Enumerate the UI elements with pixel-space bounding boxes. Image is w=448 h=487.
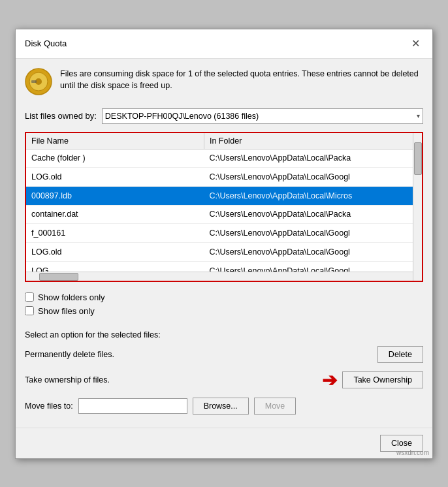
show-folders-checkbox[interactable] xyxy=(25,292,34,302)
cell-filename: f_000161 xyxy=(26,224,204,243)
move-files-row: Move files to: Browse... Move xyxy=(25,398,296,415)
show-files-row: Show files only xyxy=(25,306,423,316)
dialog-title: Disk Quota xyxy=(25,39,67,48)
cell-infolder: C:\Users\Lenovo\AppData\Local\Packa xyxy=(204,149,421,168)
show-files-checkbox[interactable] xyxy=(25,306,34,315)
warning-icon xyxy=(25,68,52,95)
move-files-input[interactable] xyxy=(78,398,187,414)
table-row[interactable]: container.datC:\Users\Lenovo\AppData\Loc… xyxy=(26,205,422,224)
file-table-container: File Name In Folder Cache (folder )C:\Us… xyxy=(25,132,423,282)
ownership-label: Take ownership of files. xyxy=(25,375,110,385)
cell-filename: Cache (folder ) xyxy=(26,149,204,168)
title-bar: Disk Quota ✕ xyxy=(16,29,432,59)
close-x-button[interactable]: ✕ xyxy=(408,36,423,52)
list-files-row: List files owned by: DESKTOP-PFH00QJ\Len… xyxy=(16,104,432,128)
ownership-option-row: Take ownership of files. ➔ Take Ownershi… xyxy=(25,369,423,391)
cell-infolder: C:\Users\Lenovo\AppData\Local\Googl xyxy=(204,224,421,243)
cell-filename: LOG.old xyxy=(26,168,204,187)
cell-infolder: C:\Users\Lenovo\AppData\Local\Micros xyxy=(204,186,421,205)
table-row[interactable]: 000897.ldbC:\Users\Lenovo\AppData\Local\… xyxy=(26,186,422,205)
take-ownership-button[interactable]: Take Ownership xyxy=(342,371,423,388)
delete-option-row: Permanently delete files. Delete xyxy=(25,346,423,363)
disk-quota-dialog: Disk Quota ✕ Files are consuming disk sp… xyxy=(15,29,433,459)
show-folders-row: Show folders only xyxy=(25,292,423,302)
move-files-option-row: Move files to: Browse... Move xyxy=(25,398,423,415)
table-row[interactable]: LOG.oldC:\Users\Lenovo\AppData\Local\Goo… xyxy=(26,243,422,262)
list-files-label: List files owned by: xyxy=(25,111,97,121)
options-section: Select an option for the selected files:… xyxy=(16,324,432,428)
list-files-dropdown[interactable]: DESKTOP-PFH00QJ\Lenovo (61386 files) ▾ xyxy=(102,108,423,124)
warning-section: Files are consuming disk space for 1 of … xyxy=(16,59,432,104)
cell-infolder: C:\Users\Lenovo\AppData\Local\Packa xyxy=(204,205,421,224)
dropdown-arrow-icon: ▾ xyxy=(417,112,420,119)
scrollbar-thumb xyxy=(414,142,422,175)
checkboxes-section: Show folders only Show files only xyxy=(16,286,432,324)
horizontal-scrollbar[interactable] xyxy=(26,272,413,281)
cell-infolder: C:\Users\Lenovo\AppData\Local\Googl xyxy=(204,243,421,262)
table-row[interactable]: f_000161C:\Users\Lenovo\AppData\Local\Go… xyxy=(26,224,422,243)
delete-label: Permanently delete files. xyxy=(25,350,114,359)
col-header-filename: File Name xyxy=(26,133,204,149)
svg-rect-3 xyxy=(31,80,37,83)
dropdown-value: DESKTOP-PFH00QJ\Lenovo (61386 files) xyxy=(105,112,259,121)
show-files-label: Show files only xyxy=(38,306,95,316)
file-table: File Name In Folder Cache (folder )C:\Us… xyxy=(26,133,422,281)
show-folders-label: Show folders only xyxy=(38,292,105,302)
col-header-infolder: In Folder xyxy=(204,133,421,149)
browse-button[interactable]: Browse... xyxy=(193,398,249,415)
warning-text: Files are consuming disk space for 1 of … xyxy=(60,68,423,93)
move-files-label: Move files to: xyxy=(25,401,73,411)
delete-button[interactable]: Delete xyxy=(377,346,423,363)
table-row[interactable]: LOG.oldC:\Users\Lenovo\AppData\Local\Goo… xyxy=(26,168,422,187)
cell-filename: container.dat xyxy=(26,205,204,224)
cell-filename: 000897.ldb xyxy=(26,186,204,205)
footer: Close xyxy=(16,428,432,458)
cell-filename: LOG.old xyxy=(26,243,204,262)
options-title: Select an option for the selected files: xyxy=(25,330,423,339)
scrollbar-h-thumb xyxy=(39,273,78,281)
watermark: wsxdn.com xyxy=(396,449,429,456)
cell-infolder: C:\Users\Lenovo\AppData\Local\Googl xyxy=(204,168,421,187)
move-button[interactable]: Move xyxy=(254,398,296,415)
arrow-icon: ➔ xyxy=(322,369,337,391)
vertical-scrollbar[interactable] xyxy=(413,133,422,281)
table-row[interactable]: Cache (folder )C:\Users\Lenovo\AppData\L… xyxy=(26,149,422,168)
